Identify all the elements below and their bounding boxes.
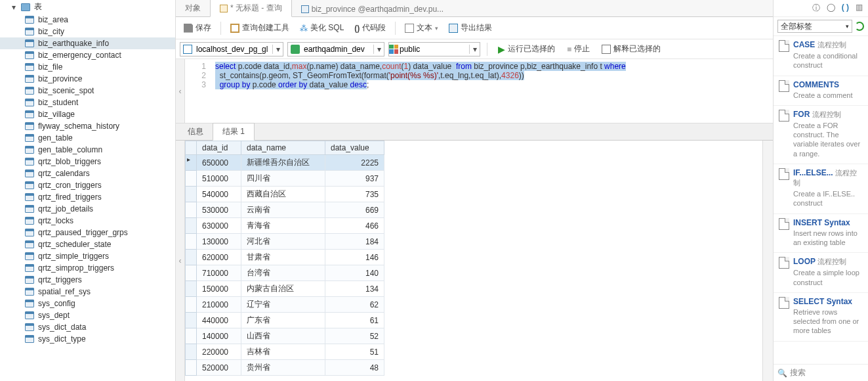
cell-data-value[interactable]: 62 [325, 297, 384, 313]
col-data-id[interactable]: data_id [197, 141, 241, 155]
info-icon[interactable]: ⓘ [812, 3, 820, 14]
cell-data-id[interactable]: 620000 [197, 250, 241, 265]
row-header[interactable] [186, 234, 197, 250]
snippet-comments[interactable]: COMMENTS Create a comment [774, 76, 868, 106]
cell-data-value[interactable]: 466 [325, 218, 384, 234]
cell-data-id[interactable]: 150000 [197, 281, 241, 297]
table-row[interactable]: 540000西藏自治区735 [186, 187, 384, 202]
table-item-qrtz_simprop_triggers[interactable]: qrtz_simprop_triggers [0, 262, 175, 274]
refresh-icon[interactable] [855, 22, 864, 31]
cell-data-value[interactable]: 48 [325, 360, 384, 376]
cell-data-id[interactable]: 140000 [197, 328, 241, 344]
table-item-sys_dict_data[interactable]: sys_dict_data [0, 321, 175, 333]
cell-data-id[interactable]: 710000 [197, 265, 241, 281]
tab-result-1[interactable]: 结果 1 [213, 123, 255, 141]
cell-data-id[interactable]: 540000 [197, 187, 241, 202]
sql-code[interactable]: select p.code data_id,max(p.name) data_n… [211, 59, 773, 123]
table-item-sys_dict_type[interactable]: sys_dict_type [0, 333, 175, 345]
table-item-qrtz_locks[interactable]: qrtz_locks [0, 215, 175, 227]
beautify-sql-button[interactable]: ⁂美化 SQL [296, 20, 348, 35]
database-select[interactable]: ▾ [287, 42, 384, 56]
table-item-biz_area[interactable]: biz_area [0, 14, 175, 26]
cell-data-name[interactable]: 山西省 [241, 328, 325, 344]
cell-data-value[interactable]: 937 [325, 171, 384, 187]
cell-data-name[interactable]: 台湾省 [241, 265, 325, 281]
schema-select[interactable]: ▾ [388, 42, 480, 56]
cell-data-id[interactable]: 650000 [197, 155, 241, 171]
table-item-gen_table_column[interactable]: gen_table_column [0, 144, 175, 156]
cell-data-name[interactable]: 甘肃省 [241, 250, 325, 265]
table-item-flyway_schema_history[interactable]: flyway_schema_history [0, 120, 175, 132]
table-row[interactable]: 510000四川省937 [186, 171, 384, 187]
text-export-button[interactable]: 文本▾ [401, 20, 442, 35]
chevron-down-icon[interactable]: ▾ [469, 45, 480, 54]
row-header[interactable] [186, 328, 197, 344]
table-item-biz_emergency_contact[interactable]: biz_emergency_contact [0, 49, 175, 61]
table-item-biz_city[interactable]: biz_city [0, 26, 175, 37]
cell-data-value[interactable]: 2225 [325, 155, 384, 171]
table-row[interactable]: 220000吉林省51 [186, 344, 384, 360]
cell-data-name[interactable]: 西藏自治区 [241, 187, 325, 202]
cell-data-name[interactable]: 贵州省 [241, 360, 325, 376]
table-row[interactable]: 140000山西省52 [186, 328, 384, 344]
cell-data-value[interactable]: 51 [325, 344, 384, 360]
result-grid[interactable]: data_id data_name data_value 650000新疆维吾尔… [185, 141, 762, 381]
cell-data-id[interactable]: 210000 [197, 297, 241, 313]
cell-data-value[interactable]: 134 [325, 281, 384, 297]
table-item-sys_dept[interactable]: sys_dept [0, 309, 175, 321]
cell-data-name[interactable]: 新疆维吾尔自治区 [241, 155, 325, 171]
col-data-value[interactable]: data_value [325, 141, 384, 155]
table-row[interactable]: 440000广东省61 [186, 313, 384, 328]
snippet-search[interactable]: 🔍 搜索 [774, 364, 868, 381]
export-result-button[interactable]: 导出结果 [445, 20, 496, 35]
table-item-qrtz_calendars[interactable]: qrtz_calendars [0, 168, 175, 179]
explain-selected-button[interactable]: 解释已选择的 [598, 41, 665, 56]
code-snippet-button[interactable]: ()代码段 [350, 20, 390, 35]
cell-data-name[interactable]: 河北省 [241, 234, 325, 250]
cell-data-name[interactable]: 青海省 [241, 218, 325, 234]
table-row[interactable]: 150000内蒙古自治区134 [186, 281, 384, 297]
chevron-down-icon[interactable]: ▾ [373, 45, 384, 54]
cell-data-id[interactable]: 630000 [197, 218, 241, 234]
col-data-name[interactable]: data_name [241, 141, 325, 155]
snippet-if-else-[interactable]: IF...ELSE... 流程控制Create a IF..ELSE.. con… [774, 164, 868, 214]
grid-icon[interactable]: ▥ [856, 3, 863, 14]
table-item-qrtz_cron_triggers[interactable]: qrtz_cron_triggers [0, 179, 175, 191]
snippet-case[interactable]: CASE 流程控制Create a conditional construct [774, 36, 868, 76]
table-item-sys_config[interactable]: sys_config [0, 298, 175, 309]
table-row[interactable]: 710000台湾省140 [186, 265, 384, 281]
row-header[interactable] [186, 344, 197, 360]
cell-data-value[interactable]: 52 [325, 328, 384, 344]
table-item-biz_village[interactable]: biz_village [0, 108, 175, 120]
schema-input[interactable] [398, 43, 469, 56]
cell-data-name[interactable]: 吉林省 [241, 344, 325, 360]
cell-data-value[interactable]: 140 [325, 265, 384, 281]
row-header[interactable] [186, 265, 197, 281]
table-item-qrtz_blob_triggers[interactable]: qrtz_blob_triggers [0, 156, 175, 168]
cell-data-name[interactable]: 广东省 [241, 313, 325, 328]
tab-messages[interactable]: 信息 [178, 123, 213, 140]
row-header[interactable] [186, 250, 197, 265]
row-header[interactable] [186, 360, 197, 376]
row-header[interactable] [186, 171, 197, 187]
tab-objects[interactable]: 对象 [176, 0, 210, 16]
table-item-qrtz_paused_trigger_grps[interactable]: qrtz_paused_trigger_grps [0, 227, 175, 238]
row-header[interactable] [186, 281, 197, 297]
cell-data-id[interactable]: 510000 [197, 171, 241, 187]
cell-data-value[interactable]: 669 [325, 202, 384, 218]
save-button[interactable]: 保存 [180, 20, 215, 35]
cell-data-id[interactable]: 520000 [197, 360, 241, 376]
braces-icon[interactable]: ( ) [842, 3, 849, 14]
table-row[interactable]: 650000新疆维吾尔自治区2225 [186, 155, 384, 171]
collapse-editor-handle[interactable]: ‹ [176, 59, 185, 123]
table-row[interactable]: 520000贵州省48 [186, 360, 384, 376]
table-item-biz_earthquake_info[interactable]: biz_earthquake_info [0, 37, 175, 49]
row-header[interactable] [186, 297, 197, 313]
table-item-biz_scenic_spot[interactable]: biz_scenic_spot [0, 85, 175, 97]
cell-data-id[interactable]: 440000 [197, 313, 241, 328]
tab-biz-province[interactable]: biz_province @earthqadmin_dev.pu... [292, 2, 453, 16]
cell-data-value[interactable]: 184 [325, 234, 384, 250]
tag-filter-select[interactable]: 全部标签 ▾ [777, 20, 852, 33]
cell-data-id[interactable]: 530000 [197, 202, 241, 218]
cell-data-id[interactable]: 130000 [197, 234, 241, 250]
